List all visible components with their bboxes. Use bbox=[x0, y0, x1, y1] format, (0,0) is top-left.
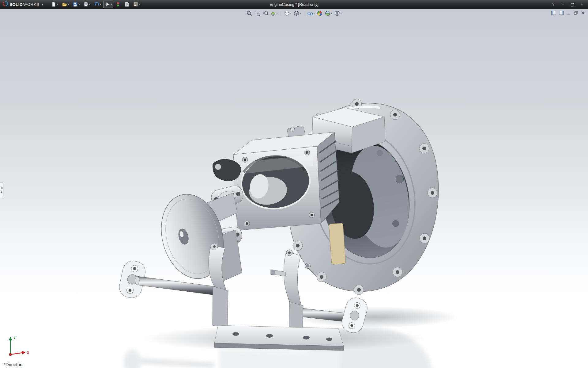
solidworks-window: SOLID WORKS ▸ ▾ ▾ bbox=[0, 0, 588, 368]
edit-appearance-button[interactable] bbox=[317, 10, 323, 16]
zoom-to-fit-button[interactable] bbox=[246, 10, 252, 16]
view-orientation-button[interactable]: ▾ bbox=[284, 10, 291, 16]
document-window-controls bbox=[551, 11, 585, 15]
view-orientation-dropdown[interactable]: ▾ bbox=[290, 12, 291, 15]
zoom-to-area-icon bbox=[254, 10, 260, 16]
x-axis-arrow bbox=[22, 351, 26, 355]
display-style-dropdown[interactable]: ▾ bbox=[300, 12, 301, 15]
open-folder-icon bbox=[62, 2, 67, 7]
save-dropdown-arrow[interactable]: ▾ bbox=[78, 3, 80, 6]
hide-show-glasses-icon bbox=[307, 10, 313, 16]
close-document-button[interactable] bbox=[581, 11, 585, 15]
y-axis-arrow bbox=[9, 337, 12, 340]
hide-show-items-dropdown[interactable]: ▾ bbox=[314, 12, 315, 15]
z-axis-origin bbox=[9, 353, 12, 356]
view-settings-dropdown[interactable]: ▾ bbox=[341, 12, 342, 15]
display-style-button[interactable]: ▾ bbox=[293, 10, 301, 16]
view-settings-button[interactable]: ▾ bbox=[334, 10, 342, 16]
print-icon bbox=[83, 2, 89, 7]
view-settings-icon bbox=[334, 10, 340, 16]
flyout-arrow-icon bbox=[1, 186, 3, 190]
previous-view-icon bbox=[262, 10, 268, 16]
brand-text-solid: SOLID bbox=[9, 2, 23, 7]
heads-up-view-toolbar: ▾ ▾ ▾ bbox=[246, 10, 341, 16]
toggle-left-pane-button[interactable] bbox=[551, 11, 556, 15]
select-dropdown-arrow[interactable]: ▾ bbox=[111, 3, 112, 6]
undo-button[interactable]: ▾ bbox=[92, 1, 102, 8]
apply-scene-icon bbox=[325, 10, 331, 16]
edit-appearance-ball-icon bbox=[317, 10, 323, 16]
undo-icon bbox=[94, 2, 99, 7]
restore-document-button[interactable] bbox=[574, 11, 578, 15]
view-orientation-label: *Dimetric bbox=[4, 362, 22, 367]
view-orientation-cube-icon bbox=[284, 10, 290, 16]
toolbar-separator bbox=[281, 11, 281, 16]
document-title: EngineCasing * [Read-only] bbox=[270, 2, 318, 7]
section-view-icon bbox=[270, 10, 276, 16]
open-dropdown-arrow[interactable]: ▾ bbox=[68, 3, 69, 6]
side-cover-disc[interactable] bbox=[152, 187, 242, 286]
undo-dropdown-arrow[interactable]: ▾ bbox=[100, 3, 101, 6]
solidworks-menu[interactable]: SOLID WORKS ▸ bbox=[0, 0, 46, 9]
y-axis-label: Y bbox=[13, 336, 16, 340]
dassault-systemes-logo-icon bbox=[2, 1, 8, 8]
minimize-document-button[interactable] bbox=[567, 11, 571, 15]
flyout-arrow-icon bbox=[1, 191, 3, 194]
restore-button[interactable]: ▢ bbox=[570, 2, 575, 7]
options-button[interactable]: ▾ bbox=[132, 1, 141, 8]
open-button[interactable]: ▾ bbox=[60, 1, 70, 8]
previous-view-button[interactable] bbox=[262, 10, 268, 16]
feature-panel-flyout-handle[interactable] bbox=[0, 182, 3, 198]
titlebar: SOLID WORKS ▸ ▾ ▾ bbox=[0, 0, 588, 9]
menu-expand-arrow[interactable]: ▸ bbox=[42, 3, 43, 6]
engine-casing-model[interactable] bbox=[0, 9, 588, 368]
file-properties-button[interactable] bbox=[123, 1, 131, 8]
minimize-button[interactable]: – bbox=[560, 2, 565, 7]
x-axis-label: X bbox=[27, 351, 29, 355]
apply-scene-dropdown[interactable]: ▾ bbox=[331, 12, 332, 15]
section-view-dropdown[interactable]: ▾ bbox=[276, 12, 277, 15]
save-floppy-icon bbox=[72, 2, 78, 7]
file-properties-icon bbox=[124, 2, 130, 7]
save-button[interactable]: ▾ bbox=[71, 1, 81, 8]
rebuild-button[interactable] bbox=[114, 1, 122, 8]
print-button[interactable]: ▾ bbox=[82, 1, 92, 8]
help-button[interactable]: ? bbox=[551, 2, 556, 7]
reference-triad: Y X bbox=[5, 334, 31, 360]
graphics-viewport[interactable]: ▾ ▾ ▾ bbox=[0, 9, 588, 368]
options-icon bbox=[133, 2, 138, 7]
toolbar-separator bbox=[304, 11, 304, 16]
section-view-button[interactable]: ▾ bbox=[270, 10, 277, 16]
new-dropdown-arrow[interactable]: ▾ bbox=[57, 3, 58, 6]
main-toolbar: ▾ ▾ ▾ bbox=[50, 1, 141, 8]
new-document-icon bbox=[51, 2, 56, 7]
apply-scene-button[interactable]: ▾ bbox=[325, 10, 332, 16]
select-cursor-icon bbox=[104, 2, 110, 7]
close-button[interactable]: × bbox=[579, 2, 584, 7]
hide-show-items-button[interactable]: ▾ bbox=[307, 10, 315, 16]
zoom-to-fit-icon bbox=[246, 10, 252, 16]
zoom-to-area-button[interactable] bbox=[254, 10, 260, 16]
brand-text-works: WORKS bbox=[23, 2, 40, 7]
options-dropdown-arrow[interactable]: ▾ bbox=[139, 3, 140, 6]
select-button[interactable]: ▾ bbox=[103, 1, 113, 8]
window-controls: ? – ▢ × bbox=[551, 2, 588, 7]
display-style-icon bbox=[293, 10, 299, 16]
toggle-right-pane-button[interactable] bbox=[559, 11, 564, 15]
new-button[interactable]: ▾ bbox=[50, 1, 59, 8]
print-dropdown-arrow[interactable]: ▾ bbox=[89, 3, 90, 6]
rebuild-stoplight-icon bbox=[115, 2, 121, 7]
